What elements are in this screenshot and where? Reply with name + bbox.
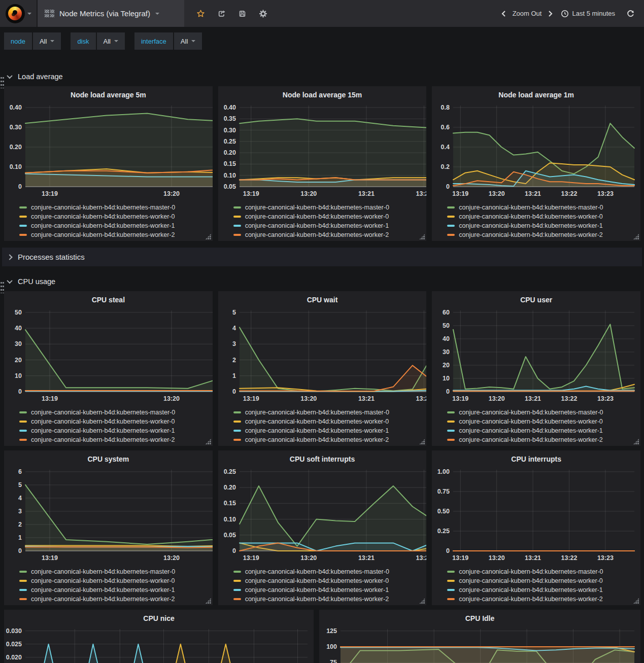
- time-series-plot[interactable]: 0102030405013:1913:2013:2113:2213:23: [4, 305, 213, 405]
- panel-title[interactable]: CPU steal: [4, 291, 213, 305]
- legend-item[interactable]: conjure-canonical-kubern-b4d:kubernetes-…: [19, 576, 213, 585]
- panel-title[interactable]: CPU Idle: [319, 610, 640, 624]
- variable-label-interface[interactable]: interface: [134, 32, 173, 50]
- svg-text:10: 10: [15, 372, 22, 379]
- legend-item[interactable]: conjure-canonical-kubern-b4d:kubernetes-…: [447, 230, 640, 239]
- legend-item[interactable]: conjure-canonical-kubern-b4d:kubernetes-…: [447, 585, 640, 595]
- legend-item[interactable]: conjure-canonical-kubern-b4d:kubernetes-…: [233, 567, 427, 576]
- legend-item[interactable]: conjure-canonical-kubern-b4d:kubernetes-…: [233, 585, 427, 595]
- legend-item[interactable]: conjure-canonical-kubern-b4d:kubernetes-…: [19, 585, 213, 595]
- legend-item[interactable]: conjure-canonical-kubern-b4d:kubernetes-…: [19, 417, 213, 426]
- panel-title[interactable]: CPU nice: [4, 610, 314, 624]
- legend-item[interactable]: conjure-canonical-kubern-b4d:kubernetes-…: [233, 417, 427, 426]
- legend-item[interactable]: conjure-canonical-kubern-b4d:kubernetes-…: [447, 212, 640, 221]
- svg-text:0: 0: [18, 388, 22, 395]
- time-range-picker[interactable]: Last 5 minutes: [561, 10, 615, 18]
- legend-item[interactable]: conjure-canonical-kubern-b4d:kubernetes-…: [447, 567, 640, 576]
- time-series-plot[interactable]: 00.100.200.300.4013:1913:2013:2113:2213:…: [4, 100, 213, 200]
- panel-title[interactable]: CPU interrupts: [432, 450, 640, 465]
- row-header-processes-statistics[interactable]: Processes statistics: [2, 248, 642, 266]
- legend-item[interactable]: conjure-canonical-kubern-b4d:kubernetes-…: [447, 221, 640, 230]
- legend-item[interactable]: conjure-canonical-kubern-b4d:kubernetes-…: [233, 230, 427, 239]
- legend-item[interactable]: conjure-canonical-kubern-b4d:kubernetes-…: [233, 426, 427, 435]
- series-color-dash: [19, 571, 27, 573]
- legend-item[interactable]: conjure-canonical-kubern-b4d:kubernetes-…: [233, 203, 427, 212]
- legend-item[interactable]: conjure-canonical-kubern-b4d:kubernetes-…: [19, 230, 213, 239]
- star-button[interactable]: [196, 10, 205, 18]
- row-drag-handle[interactable]: [1, 77, 4, 88]
- panel-title[interactable]: Node load average 1m: [432, 86, 640, 100]
- time-series-plot[interactable]: 012345613:1913:2013:2113:2213:23: [4, 465, 213, 564]
- series-label: conjure-canonical-kubern-b4d:kubernetes-…: [31, 222, 175, 229]
- time-series-plot[interactable]: 0.050.100.150.200.250.300.350.4013:1913:…: [218, 100, 427, 200]
- variable-value-node[interactable]: All: [33, 32, 61, 50]
- time-series-plot[interactable]: 00.0050.0100.0150.0200.0250.030: [4, 624, 314, 663]
- svg-text:13:23: 13:23: [597, 190, 614, 197]
- dashboard-grid-icon: [45, 10, 54, 17]
- variable-value-interface[interactable]: All: [174, 32, 202, 50]
- panel-title[interactable]: CPU user: [432, 291, 640, 305]
- legend-item[interactable]: conjure-canonical-kubern-b4d:kubernetes-…: [447, 408, 640, 417]
- series-label: conjure-canonical-kubern-b4d:kubernetes-…: [459, 577, 602, 584]
- row-header-cpu-usage[interactable]: CPU usage: [0, 275, 644, 288]
- legend-item[interactable]: conjure-canonical-kubern-b4d:kubernetes-…: [447, 595, 640, 604]
- zoom-out-button[interactable]: Zoom Out: [513, 10, 542, 17]
- svg-text:13:20: 13:20: [300, 395, 317, 402]
- panel-title[interactable]: CPU system: [4, 450, 213, 465]
- legend-item[interactable]: conjure-canonical-kubern-b4d:kubernetes-…: [447, 417, 640, 426]
- legend-item[interactable]: conjure-canonical-kubern-b4d:kubernetes-…: [19, 426, 213, 435]
- series-color-dash: [233, 589, 241, 591]
- plot-area: 00.050.100.150.200.2513:1913:2013:2113:2…: [218, 465, 427, 566]
- row-drag-handle[interactable]: [1, 282, 4, 293]
- variable-label-disk[interactable]: disk: [71, 32, 95, 50]
- time-series-plot[interactable]: 00.20.40.60.813:1913:2013:2113:2213:23: [432, 100, 640, 200]
- legend-item[interactable]: conjure-canonical-kubern-b4d:kubernetes-…: [19, 221, 213, 230]
- time-series-plot[interactable]: 01234513:1913:2013:2113:2213:23: [218, 305, 427, 405]
- save-button[interactable]: [238, 10, 247, 18]
- series-color-dash: [19, 598, 27, 600]
- legend-item[interactable]: conjure-canonical-kubern-b4d:kubernetes-…: [447, 203, 640, 212]
- time-series-plot[interactable]: 010203040506013:1913:2013:2113:2213:23: [432, 305, 640, 405]
- legend-item[interactable]: conjure-canonical-kubern-b4d:kubernetes-…: [19, 567, 213, 576]
- time-series-plot[interactable]: 00.250.500.751.0013:1913:2013:2113:2213:…: [432, 465, 640, 564]
- variable-label-node[interactable]: node: [4, 32, 32, 50]
- legend-item[interactable]: conjure-canonical-kubern-b4d:kubernetes-…: [447, 426, 640, 435]
- legend-item[interactable]: conjure-canonical-kubern-b4d:kubernetes-…: [233, 595, 427, 604]
- share-button[interactable]: [217, 10, 226, 18]
- legend-item[interactable]: conjure-canonical-kubern-b4d:kubernetes-…: [233, 221, 427, 230]
- legend-item[interactable]: conjure-canonical-kubern-b4d:kubernetes-…: [19, 203, 213, 212]
- legend-item[interactable]: conjure-canonical-kubern-b4d:kubernetes-…: [19, 212, 213, 221]
- variable-value-disk[interactable]: All: [97, 32, 125, 50]
- legend: conjure-canonical-kubern-b4d:kubernetes-…: [218, 407, 427, 444]
- grafana-menu-button[interactable]: [0, 0, 38, 27]
- time-back-button[interactable]: [500, 10, 506, 18]
- legend-item[interactable]: conjure-canonical-kubern-b4d:kubernetes-…: [19, 595, 213, 604]
- svg-text:0.30: 0.30: [10, 124, 22, 131]
- legend-item[interactable]: conjure-canonical-kubern-b4d:kubernetes-…: [447, 576, 640, 585]
- legend-item[interactable]: conjure-canonical-kubern-b4d:kubernetes-…: [19, 435, 213, 444]
- svg-text:13:20: 13:20: [163, 395, 180, 402]
- panel-title[interactable]: Node load average 15m: [218, 86, 427, 100]
- panel-title[interactable]: Node load average 5m: [4, 86, 213, 100]
- legend-item[interactable]: conjure-canonical-kubern-b4d:kubernetes-…: [233, 435, 427, 444]
- panel-title[interactable]: CPU soft interrupts: [218, 450, 427, 465]
- plot-area: 0255075100125: [319, 624, 640, 663]
- time-series-plot[interactable]: 0255075100125: [319, 624, 640, 663]
- time-series-plot[interactable]: 00.050.100.150.200.2513:1913:2013:2113:2…: [218, 465, 427, 564]
- legend-item[interactable]: conjure-canonical-kubern-b4d:kubernetes-…: [233, 576, 427, 585]
- dashboard-title-dropdown[interactable]: Node Metrics (via Telegraf): [38, 0, 184, 27]
- refresh-button[interactable]: [626, 10, 635, 18]
- legend-item[interactable]: conjure-canonical-kubern-b4d:kubernetes-…: [447, 435, 640, 444]
- chevron-down-icon: [50, 40, 54, 42]
- panel-row-cpu-1: CPU steal 0102030405013:1913:2013:2113:2…: [0, 291, 644, 446]
- time-forward-button[interactable]: [548, 10, 554, 18]
- legend-item[interactable]: conjure-canonical-kubern-b4d:kubernetes-…: [233, 408, 427, 417]
- panel-title[interactable]: CPU wait: [218, 291, 427, 305]
- series-color-dash: [19, 439, 27, 441]
- svg-text:60: 60: [443, 309, 450, 316]
- series-color-dash: [233, 571, 241, 573]
- legend-item[interactable]: conjure-canonical-kubern-b4d:kubernetes-…: [233, 212, 427, 221]
- settings-button[interactable]: [259, 10, 267, 18]
- legend-item[interactable]: conjure-canonical-kubern-b4d:kubernetes-…: [19, 408, 213, 417]
- row-header-load-average[interactable]: Load average: [0, 70, 644, 83]
